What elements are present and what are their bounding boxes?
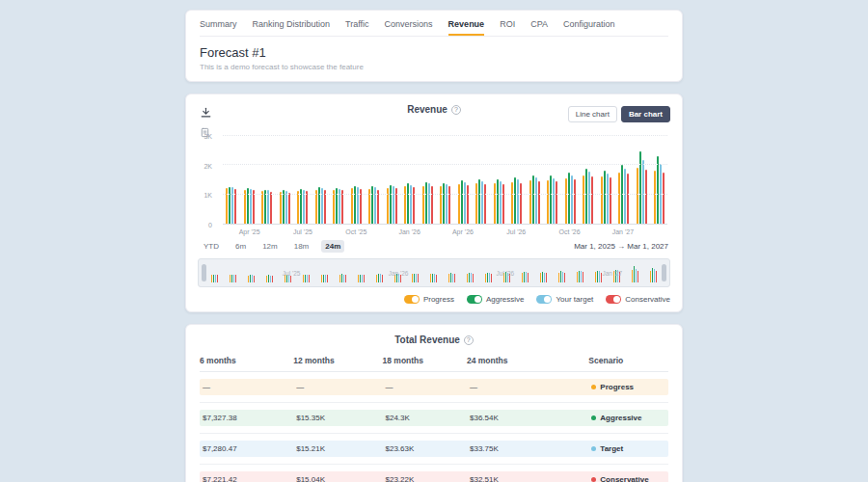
mini-bar-group [230, 263, 236, 282]
mini-bar [362, 275, 363, 282]
bar [624, 169, 626, 224]
mini-bar-group [321, 263, 328, 282]
cell-scenario: Conservative [588, 475, 668, 482]
table-row-aggressive: $7,327.38$15.35K$24.3K$36.54KAggressive [200, 410, 668, 426]
help-icon[interactable]: ? [464, 335, 474, 345]
mini-bar [619, 272, 620, 282]
column-6-months: 6 months [200, 356, 293, 365]
mini-bar-group [285, 263, 291, 282]
tab-summary[interactable]: Summary [200, 11, 237, 36]
line-chart-button[interactable]: Line chart [568, 106, 617, 122]
mini-bar [248, 276, 249, 282]
mini-bar [360, 275, 361, 282]
brush-bars [211, 263, 657, 282]
bar [443, 183, 445, 224]
x-tick: Jan '27 [612, 228, 634, 235]
mini-bar-group [503, 263, 510, 282]
mini-bar [485, 274, 486, 282]
bar-chart-groups [223, 136, 667, 224]
legend: ProgressAggressiveYour targetConservativ… [198, 295, 670, 304]
brush-handle-left[interactable] [202, 264, 206, 281]
bar [627, 174, 629, 224]
cell-value: — [467, 383, 588, 391]
table-body: ————Progress$7,327.38$15.35K$24.3K$36.54… [200, 379, 668, 482]
bar-group-feb-26 [422, 136, 433, 224]
cell-scenario: Target [588, 444, 668, 453]
bar-group-nov-26 [583, 136, 593, 224]
brush-handle-right[interactable] [662, 264, 666, 281]
tab-roi[interactable]: ROI [500, 11, 515, 36]
mini-bar [617, 270, 618, 282]
date-range[interactable]: Mar 1, 2025 → Mar 1, 2027 [574, 242, 668, 251]
column-12-months: 12 months [293, 356, 382, 365]
range-6m[interactable]: 6m [231, 240, 250, 253]
tab-ranking-distribution[interactable]: Ranking Distribution [253, 11, 331, 36]
bar [481, 181, 483, 224]
mini-bar [524, 272, 525, 282]
mini-bar [321, 275, 322, 282]
cell-value: $23.22K [383, 475, 467, 482]
bar [422, 186, 424, 224]
mini-bar [432, 274, 433, 282]
download-icon[interactable] [200, 106, 212, 119]
mini-bar [305, 275, 306, 282]
mini-bar [503, 273, 504, 282]
help-icon[interactable]: ? [451, 105, 461, 115]
bar [588, 172, 590, 224]
bar [663, 173, 665, 224]
legend-toggle-conservative[interactable] [606, 295, 621, 304]
bar [547, 180, 549, 224]
bar [264, 190, 266, 224]
mini-bar [285, 275, 285, 282]
table-title-row: Total Revenue ? [200, 335, 668, 345]
y-tick: 2K [203, 162, 212, 169]
mini-bar-group [650, 263, 657, 282]
scenario-dot [591, 446, 596, 451]
forecast-dashboard: SummaryRanking DistributionTrafficConver… [185, 0, 683, 482]
tab-revenue[interactable]: Revenue [448, 11, 485, 36]
mini-bar-group [448, 263, 455, 282]
bar [538, 181, 540, 224]
bar [377, 190, 379, 224]
mini-bar [487, 273, 488, 282]
tab-traffic[interactable]: Traffic [345, 11, 369, 36]
tab-configuration[interactable]: Configuration [563, 11, 615, 36]
bar-chart-button[interactable]: Bar chart [621, 106, 670, 122]
legend-toggle-progress[interactable] [404, 295, 420, 304]
mini-bar-group [358, 263, 365, 282]
row-separator [200, 402, 668, 403]
tab-conversions[interactable]: Conversions [385, 11, 433, 36]
range-ytd[interactable]: YTD [200, 240, 223, 253]
tab-cpa[interactable]: CPA [530, 11, 548, 36]
header-card: SummaryRanking DistributionTrafficConver… [185, 10, 683, 82]
legend-toggle-aggressive[interactable] [467, 295, 482, 304]
bar-group-jan-27 [618, 136, 629, 224]
mini-bar [288, 275, 289, 282]
mini-bar-group [339, 263, 346, 282]
range-12m[interactable]: 12m [258, 240, 282, 253]
legend-label: Progress [423, 295, 454, 304]
mini-bar [469, 273, 470, 282]
range-18m[interactable]: 18m [290, 240, 313, 253]
bar [448, 186, 450, 224]
bar [583, 175, 584, 224]
cell-value: — [200, 383, 293, 391]
bar [357, 187, 359, 224]
mini-bar [650, 271, 651, 282]
brush[interactable]: Jul '25Jan '26Jul '26Jan '27 [198, 258, 670, 287]
mini-bar [450, 273, 451, 282]
bar [591, 176, 593, 224]
legend-toggle-your-target[interactable] [536, 295, 552, 304]
mini-bar [396, 274, 397, 282]
mini-bar [394, 275, 395, 282]
mini-bar [254, 276, 255, 282]
bar-group-sep-26 [547, 136, 557, 224]
mini-bar [211, 275, 212, 282]
bar [574, 179, 576, 224]
range-24m[interactable]: 24m [321, 240, 344, 253]
bar-group-jun-26 [494, 136, 504, 224]
bar-group-nov-25 [368, 136, 379, 224]
bar [556, 181, 557, 224]
mini-bar [528, 273, 529, 282]
mini-bar [632, 270, 633, 282]
